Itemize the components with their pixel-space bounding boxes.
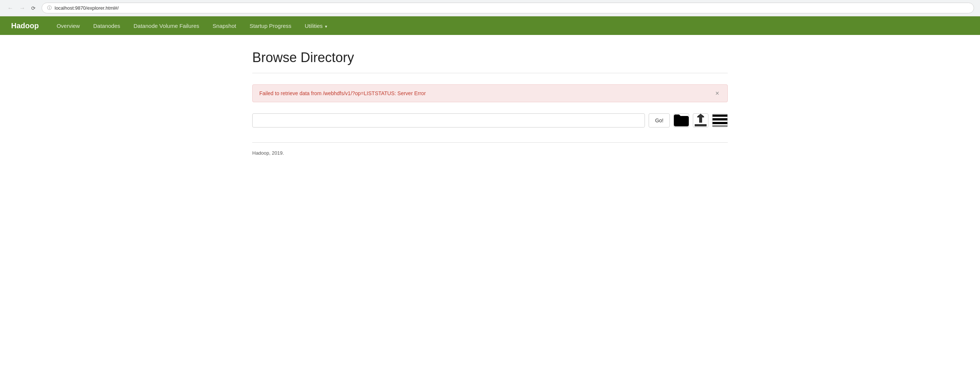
nav-link-utilities[interactable]: Utilities ▼ [298, 17, 334, 35]
list-icon [713, 115, 727, 126]
nav-item-datanode-volume-failures: Datanode Volume Failures [127, 17, 206, 35]
nav-link-snapshot[interactable]: Snapshot [206, 17, 243, 35]
browser-chrome: ← → ⟳ ⓘ localhost:9870/explorer.html#/ [0, 0, 980, 16]
error-alert: Failed to retrieve data from /webhdfs/v1… [252, 84, 728, 102]
upload-button[interactable] [693, 113, 708, 127]
svg-rect-2 [713, 115, 727, 117]
alert-close-button[interactable]: × [714, 90, 721, 97]
nav-link-startup-progress[interactable]: Startup Progress [243, 17, 298, 35]
navbar-brand[interactable]: Hadoop [11, 22, 39, 30]
folder-icon [674, 115, 689, 126]
nav-item-startup-progress: Startup Progress [243, 17, 298, 35]
svg-rect-4 [713, 122, 727, 124]
go-button[interactable]: Go! [649, 113, 670, 127]
navbar-nav: Overview Datanodes Datanode Volume Failu… [50, 17, 334, 35]
svg-rect-3 [713, 118, 727, 121]
path-input[interactable] [252, 113, 645, 127]
upload-icon [693, 113, 708, 128]
nav-link-overview[interactable]: Overview [50, 17, 87, 35]
title-divider [252, 73, 728, 73]
folder-button[interactable] [673, 113, 689, 127]
svg-rect-5 [713, 126, 727, 126]
address-bar[interactable]: ⓘ localhost:9870/explorer.html#/ [41, 3, 974, 13]
footer-text: Hadoop, 2019. [252, 150, 728, 156]
dropdown-caret-icon: ▼ [324, 24, 328, 29]
main-content: Browse Directory Failed to retrieve data… [230, 35, 750, 170]
nav-item-overview: Overview [50, 17, 87, 35]
svg-rect-1 [695, 124, 706, 126]
nav-item-snapshot: Snapshot [206, 17, 243, 35]
back-button[interactable]: ← [6, 4, 15, 13]
list-button[interactable] [712, 113, 728, 127]
info-icon: ⓘ [47, 5, 52, 11]
forward-button[interactable]: → [18, 4, 27, 13]
navbar: Hadoop Overview Datanodes Datanode Volum… [0, 16, 980, 35]
url-text: localhost:9870/explorer.html#/ [55, 5, 119, 11]
search-row: Go! [252, 113, 728, 127]
nav-buttons: ← → ⟳ [6, 4, 37, 13]
svg-marker-0 [697, 114, 704, 123]
refresh-button[interactable]: ⟳ [30, 4, 37, 13]
alert-message: Failed to retrieve data from /webhdfs/v1… [259, 90, 426, 96]
page-title: Browse Directory [252, 50, 728, 65]
nav-link-datanodes[interactable]: Datanodes [87, 17, 127, 35]
nav-item-datanodes: Datanodes [87, 17, 127, 35]
footer-divider [252, 142, 728, 143]
nav-link-datanode-volume-failures[interactable]: Datanode Volume Failures [127, 17, 206, 35]
nav-item-utilities: Utilities ▼ [298, 17, 334, 35]
